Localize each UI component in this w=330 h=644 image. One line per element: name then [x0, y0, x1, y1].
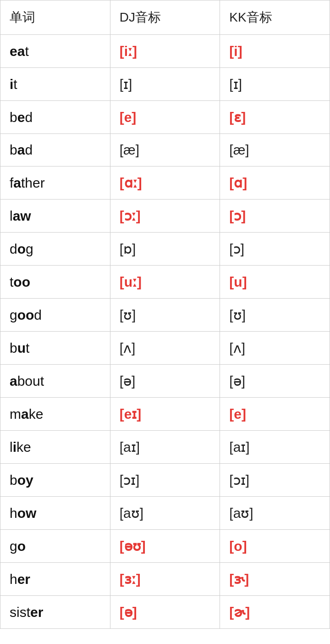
word-cell: good	[0, 299, 110, 332]
word-cell: eat	[0, 35, 110, 68]
kk-cell: [o]	[220, 530, 330, 563]
word-cell: how	[0, 497, 110, 530]
word-cell: her	[0, 563, 110, 596]
table-row: father[ɑː][ɑ]	[0, 167, 330, 200]
word-cell: boy	[0, 464, 110, 497]
table-row: too[uː][u]	[0, 266, 330, 299]
table-row: about[ə][ə]	[0, 365, 330, 398]
kk-cell: [ʊ]	[220, 299, 330, 332]
dj-cell: [ə]	[110, 365, 220, 398]
dj-cell: [eɪ]	[110, 398, 220, 431]
kk-cell: [ɔ]	[220, 200, 330, 233]
dj-cell: [ɑː]	[110, 167, 220, 200]
word-cell: father	[0, 167, 110, 200]
table-row: sister[ə][ɚ]	[0, 596, 330, 629]
word-cell: dog	[0, 233, 110, 266]
kk-cell: [ɝ]	[220, 563, 330, 596]
dj-cell: [ʌ]	[110, 332, 220, 365]
dj-cell: [aɪ]	[110, 431, 220, 464]
dj-cell: [ɒ]	[110, 233, 220, 266]
kk-cell: [ɪ]	[220, 68, 330, 101]
table-row: make[eɪ][e]	[0, 398, 330, 431]
kk-cell: [e]	[220, 398, 330, 431]
word-cell: make	[0, 398, 110, 431]
table-row: dog[ɒ][ɔ]	[0, 233, 330, 266]
table-row: good[ʊ][ʊ]	[0, 299, 330, 332]
table-row: it[ɪ][ɪ]	[0, 68, 330, 101]
kk-cell: [ɔɪ]	[220, 464, 330, 497]
kk-cell: [ə]	[220, 365, 330, 398]
table-row: how[aʊ][aʊ]	[0, 497, 330, 530]
kk-cell: [aɪ]	[220, 431, 330, 464]
kk-cell: [ʌ]	[220, 332, 330, 365]
dj-cell: [aʊ]	[110, 497, 220, 530]
word-cell: law	[0, 200, 110, 233]
word-cell: but	[0, 332, 110, 365]
dj-cell: [ɪ]	[110, 68, 220, 101]
word-cell: bad	[0, 134, 110, 167]
word-cell: sister	[0, 596, 110, 629]
table-row: boy[ɔɪ][ɔɪ]	[0, 464, 330, 497]
word-cell: like	[0, 431, 110, 464]
kk-cell: [ɚ]	[220, 596, 330, 629]
kk-cell: [ɛ]	[220, 101, 330, 134]
kk-cell: [ɔ]	[220, 233, 330, 266]
kk-cell: [i]	[220, 35, 330, 68]
header-dj: DJ音标	[110, 0, 220, 35]
table-row: law[ɔː][ɔ]	[0, 200, 330, 233]
header-word: 单词	[0, 0, 110, 35]
dj-cell: [ʊ]	[110, 299, 220, 332]
word-cell: it	[0, 68, 110, 101]
dj-cell: [e]	[110, 101, 220, 134]
dj-cell: [ɜː]	[110, 563, 220, 596]
table-row: eat[iː][i]	[0, 35, 330, 68]
dj-cell: [ɔː]	[110, 200, 220, 233]
dj-cell: [iː]	[110, 35, 220, 68]
phonetics-table: 单词 DJ音标 KK音标 eat[iː][i]it[ɪ][ɪ]bed[e][ɛ]…	[0, 0, 330, 629]
kk-cell: [aʊ]	[220, 497, 330, 530]
word-cell: too	[0, 266, 110, 299]
dj-cell: [ə]	[110, 596, 220, 629]
table-row: bed[e][ɛ]	[0, 101, 330, 134]
header-kk: KK音标	[220, 0, 330, 35]
kk-cell: [u]	[220, 266, 330, 299]
table-row: her[ɜː][ɝ]	[0, 563, 330, 596]
table-row: but[ʌ][ʌ]	[0, 332, 330, 365]
table-row: go[əʊ][o]	[0, 530, 330, 563]
table-row: like[aɪ][aɪ]	[0, 431, 330, 464]
word-cell: bed	[0, 101, 110, 134]
word-cell: about	[0, 365, 110, 398]
kk-cell: [ɑ]	[220, 167, 330, 200]
word-cell: go	[0, 530, 110, 563]
dj-cell: [uː]	[110, 266, 220, 299]
table-row: bad[æ][æ]	[0, 134, 330, 167]
dj-cell: [ɔɪ]	[110, 464, 220, 497]
dj-cell: [æ]	[110, 134, 220, 167]
dj-cell: [əʊ]	[110, 530, 220, 563]
kk-cell: [æ]	[220, 134, 330, 167]
